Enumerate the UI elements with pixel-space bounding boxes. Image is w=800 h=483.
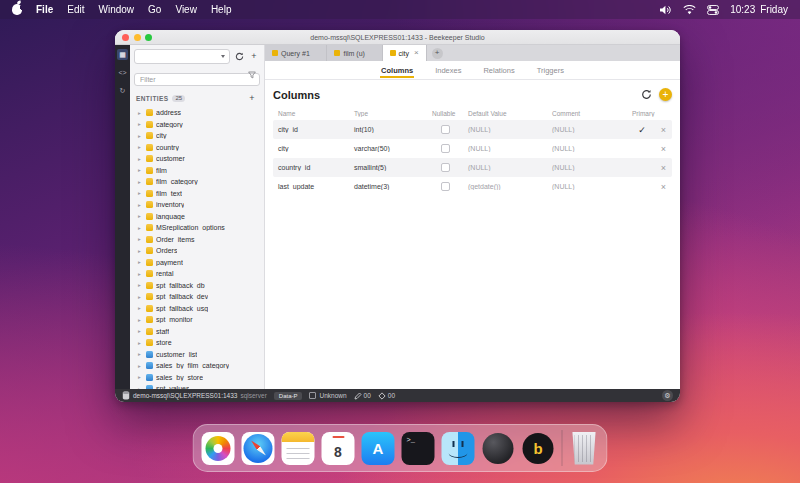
entity-tree-item[interactable]: ▸ inventory <box>134 199 260 211</box>
menu-item[interactable]: File <box>36 4 53 15</box>
entity-tree-item[interactable]: ▸ address <box>134 107 260 119</box>
entity-tree-item[interactable]: ▸ spt_fallback_usg <box>134 303 260 315</box>
column-row[interactable]: last_update datetime(3) (getdate()) (NUL… <box>273 177 672 196</box>
expand-caret-icon[interactable]: ▸ <box>138 144 143 150</box>
expand-caret-icon[interactable]: ▸ <box>138 156 143 162</box>
remove-column-button[interactable]: × <box>661 163 672 173</box>
expand-caret-icon[interactable]: ▸ <box>138 351 143 357</box>
entity-tree-item[interactable]: ▸ store <box>134 337 260 349</box>
expand-caret-icon[interactable]: ▸ <box>138 190 143 196</box>
expand-caret-icon[interactable]: ▸ <box>138 305 143 311</box>
structure-subtab[interactable]: Relations <box>482 62 515 78</box>
nullable-checkbox[interactable] <box>441 163 450 172</box>
expand-caret-icon[interactable]: ▸ <box>138 236 143 242</box>
entity-tree-item[interactable]: ▸ city <box>134 130 260 142</box>
content-tab[interactable]: Query #1 × <box>265 45 327 61</box>
entity-tree-item[interactable]: ▸ Orders <box>134 245 260 257</box>
minimize-window-button[interactable] <box>134 34 141 41</box>
entity-tree-item[interactable]: ▸ film_text <box>134 188 260 200</box>
remove-column-button[interactable]: × <box>661 182 672 192</box>
entity-tree-item[interactable]: ▸ customer <box>134 153 260 165</box>
trash-icon[interactable] <box>570 432 599 465</box>
expand-caret-icon[interactable]: ▸ <box>138 317 143 323</box>
entity-tree-item[interactable]: ▸ customer_list <box>134 349 260 361</box>
window-titlebar[interactable]: demo-mssql\SQLEXPRESS01:1433 - Beekeeper… <box>115 30 680 45</box>
expand-caret-icon[interactable]: ▸ <box>138 248 143 254</box>
nullable-checkbox[interactable] <box>441 182 450 191</box>
comment-cell[interactable]: (NULL) <box>547 126 627 133</box>
content-tab[interactable]: city × <box>383 45 427 61</box>
column-type-cell[interactable]: smallint(5) <box>349 164 427 171</box>
notes-app-icon[interactable] <box>282 432 315 465</box>
column-row[interactable]: city varchar(50) (NULL) (NULL) ✓ × <box>273 139 672 158</box>
entity-tree-item[interactable]: ▸ spt_fallback_dev <box>134 291 260 303</box>
expand-caret-icon[interactable]: ▸ <box>138 328 143 334</box>
finder-app-icon[interactable] <box>442 432 475 465</box>
settings-gear-icon[interactable]: ⚙ <box>662 390 673 401</box>
volume-icon[interactable] <box>660 5 672 15</box>
default-value-cell[interactable]: (NULL) <box>463 145 547 152</box>
app-store-icon[interactable]: A <box>362 432 395 465</box>
entity-tree-item[interactable]: ▸ film_category <box>134 176 260 188</box>
nullable-checkbox[interactable] <box>441 125 450 134</box>
expand-caret-icon[interactable]: ▸ <box>138 363 143 369</box>
remove-column-button[interactable]: × <box>661 144 672 154</box>
calendar-app-icon[interactable]: 8 <box>322 432 355 465</box>
dark-circle-app-icon[interactable] <box>482 432 515 465</box>
nullable-checkbox[interactable] <box>441 144 450 153</box>
entity-filter-input[interactable] <box>134 73 260 86</box>
terminal-app-icon[interactable]: >_ <box>402 432 435 465</box>
entity-tree-item[interactable]: ▸ language <box>134 211 260 223</box>
database-select[interactable] <box>134 49 230 64</box>
entity-tree-item[interactable]: ▸ spt_monitor <box>134 314 260 326</box>
new-tab-button[interactable]: + <box>432 48 443 59</box>
expand-caret-icon[interactable]: ▸ <box>138 386 143 389</box>
expand-caret-icon[interactable]: ▸ <box>138 121 143 127</box>
structure-subtab[interactable]: Indexes <box>434 62 462 78</box>
entity-tree-item[interactable]: ▸ country <box>134 142 260 154</box>
tab-close-icon[interactable]: × <box>414 49 419 57</box>
comment-cell[interactable]: (NULL) <box>547 145 627 152</box>
history-rail-icon[interactable]: ↻ <box>117 85 128 96</box>
menu-item[interactable]: View <box>175 4 197 15</box>
entity-tree-item[interactable]: ▸ spt_fallback_db <box>134 280 260 292</box>
column-type-cell[interactable]: datetime(3) <box>349 183 427 190</box>
default-value-cell[interactable]: (NULL) <box>463 164 547 171</box>
expand-caret-icon[interactable]: ▸ <box>138 133 143 139</box>
column-row[interactable]: city_id int(10) (NULL) (NULL) ✓ × <box>273 120 672 139</box>
structure-subtab[interactable]: Columns <box>380 62 414 78</box>
expand-caret-icon[interactable]: ▸ <box>138 225 143 231</box>
control-center-icon[interactable] <box>707 5 719 15</box>
column-name-cell[interactable]: city <box>273 145 349 152</box>
refresh-columns-icon[interactable] <box>641 89 652 100</box>
close-window-button[interactable] <box>122 34 129 41</box>
structure-subtab[interactable]: Triggers <box>536 62 565 78</box>
menu-clock[interactable]: 10:23 Friday <box>730 4 788 15</box>
default-value-cell[interactable]: (NULL) <box>463 126 547 133</box>
column-type-cell[interactable]: int(10) <box>349 126 427 133</box>
photos-app-icon[interactable] <box>202 432 235 465</box>
entity-tree-item[interactable]: ▸ Order_items <box>134 234 260 246</box>
column-type-cell[interactable]: varchar(50) <box>349 145 427 152</box>
entity-tree-item[interactable]: ▸ sales_by_film_category <box>134 360 260 372</box>
expand-caret-icon[interactable]: ▸ <box>138 110 143 116</box>
statusbar-mode-pill[interactable]: Data-P <box>274 392 303 400</box>
column-name-cell[interactable]: last_update <box>273 183 349 190</box>
add-connection-button[interactable]: + <box>248 51 260 63</box>
entity-tree-item[interactable]: ▸ category <box>134 119 260 131</box>
comment-cell[interactable]: (NULL) <box>547 183 627 190</box>
expand-caret-icon[interactable]: ▸ <box>138 374 143 380</box>
expand-caret-icon[interactable]: ▸ <box>138 340 143 346</box>
column-row[interactable]: country_id smallint(5) (NULL) (NULL) ✓ × <box>273 158 672 177</box>
remove-column-button[interactable]: × <box>661 125 672 135</box>
entity-tree-item[interactable]: ▸ staff <box>134 326 260 338</box>
queries-rail-icon[interactable]: <> <box>117 67 128 78</box>
apple-menu-icon[interactable] <box>12 4 22 15</box>
statusbar-connection[interactable]: demo-mssql\SQLEXPRESS01:1433 <box>133 392 237 399</box>
entity-tree-item[interactable]: ▸ rental <box>134 268 260 280</box>
content-tab[interactable]: film (u) × <box>327 45 382 61</box>
zoom-window-button[interactable] <box>145 34 152 41</box>
expand-caret-icon[interactable]: ▸ <box>138 213 143 219</box>
refresh-connection-icon[interactable] <box>233 51 245 63</box>
expand-caret-icon[interactable]: ▸ <box>138 259 143 265</box>
